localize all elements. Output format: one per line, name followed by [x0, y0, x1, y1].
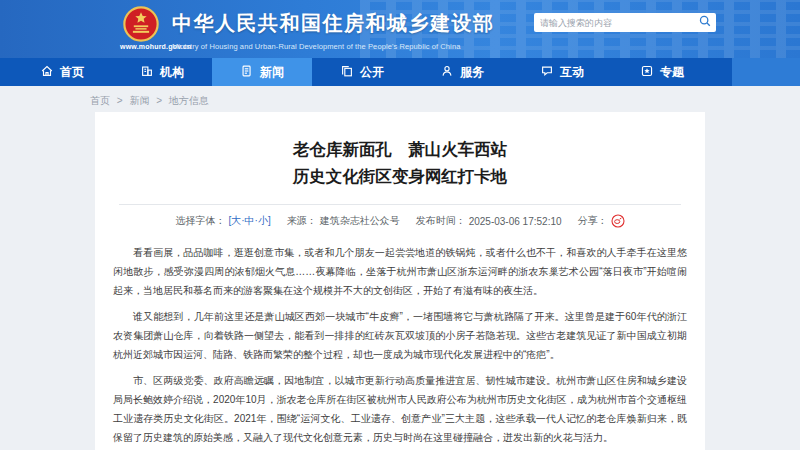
publish-time-value: 2025-03-06 17:52:10 [469, 216, 562, 227]
breadcrumb-current: 地方信息 [169, 95, 209, 106]
article-title-line2: 历史文化街区变身网红打卡地 [95, 163, 705, 190]
breadcrumb: 首页 > 新闻 > 地方信息 [90, 94, 209, 108]
article-body: 看看画展，品品咖啡，逛逛创意市集，或者和几个朋友一起尝尝地道的铁锅炖，或者什么也… [113, 243, 687, 450]
article-title-line1: 老仓库新面孔 萧山火车西站 [95, 136, 705, 163]
breadcrumb-news[interactable]: 新闻 [129, 95, 149, 106]
font-size-options[interactable]: [大·中·小] [228, 214, 270, 228]
article-paragraph: 看看画展，品品咖啡，逛逛创意市集，或者和几个朋友一起尝尝地道的铁锅炖，或者什么也… [113, 243, 687, 300]
breadcrumb-home[interactable]: 首页 [90, 95, 110, 106]
site-title-en: Ministry of Housing and Urban-Rural Deve… [172, 42, 495, 51]
nav-item-service[interactable]: 服务 [412, 58, 512, 86]
breadcrumb-separator: > [156, 95, 162, 106]
title-divider [119, 204, 681, 205]
article-paragraph: 谁又能想到，几年前这里还是萧山城区西郊一块城市“牛皮癣”，一堵围墙将它与萧杭路隔… [113, 307, 687, 364]
site-brand: www.mohurd.gov.cn 中华人民共和国住房和城乡建设部 Minist… [120, 4, 495, 51]
nav-label: 服务 [460, 64, 484, 81]
share-icon[interactable] [611, 214, 625, 228]
search-box [534, 13, 716, 32]
folder-icon [340, 64, 354, 81]
building-icon [140, 64, 154, 81]
nav-item-open[interactable]: 公开 [312, 58, 412, 86]
article-card: 老仓库新面孔 萧山火车西站 历史文化街区变身网红打卡地 选择字体： [大·中·小… [95, 112, 705, 450]
nav-item-interact[interactable]: 互动 [512, 58, 612, 86]
site-url: www.mohurd.gov.cn [120, 43, 162, 50]
star-icon [640, 64, 654, 81]
site-header: www.mohurd.gov.cn 中华人民共和国住房和城乡建设部 Minist… [0, 0, 800, 58]
nav-label: 专题 [660, 64, 684, 81]
user-icon [440, 64, 454, 81]
nav-label: 互动 [560, 64, 584, 81]
article-paragraph: 市、区两级党委、政府高瞻远瞩，因地制宜，以城市更新行动高质量推进宜居、韧性城市建… [113, 371, 687, 447]
search-button[interactable] [694, 13, 716, 32]
nav-item-news[interactable]: 新闻 [212, 58, 312, 86]
nav-item-home[interactable]: 首页 [12, 58, 112, 86]
search-input[interactable] [534, 18, 694, 28]
font-size-label: 选择字体： [175, 214, 225, 228]
source-label: 来源： [287, 214, 317, 228]
nav-label: 机构 [160, 64, 184, 81]
chat-icon [540, 64, 554, 81]
breadcrumb-separator: > [117, 95, 123, 106]
nav-item-org[interactable]: 机构 [112, 58, 212, 86]
home-icon [40, 64, 54, 81]
search-icon [699, 15, 711, 30]
share-label: 分享： [578, 214, 608, 228]
site-title-cn: 中华人民共和国住房和城乡建设部 [172, 10, 495, 37]
article-meta: 选择字体： [大·中·小] 来源： 建筑杂志社公众号 发布时间： 2025-03… [95, 214, 705, 228]
national-emblem-icon [120, 6, 162, 42]
source-value: 建筑杂志社公众号 [320, 214, 400, 228]
nav-item-special[interactable]: 专题 [612, 58, 712, 86]
nav-label: 新闻 [260, 64, 284, 81]
article-title: 老仓库新面孔 萧山火车西站 历史文化街区变身网红打卡地 [95, 136, 705, 190]
news-icon [240, 64, 254, 81]
publish-time-label: 发布时间： [416, 214, 466, 228]
nav-label: 首页 [60, 64, 84, 81]
nav-label: 公开 [360, 64, 384, 81]
main-nav: 首页 机构 新闻 [0, 58, 800, 86]
